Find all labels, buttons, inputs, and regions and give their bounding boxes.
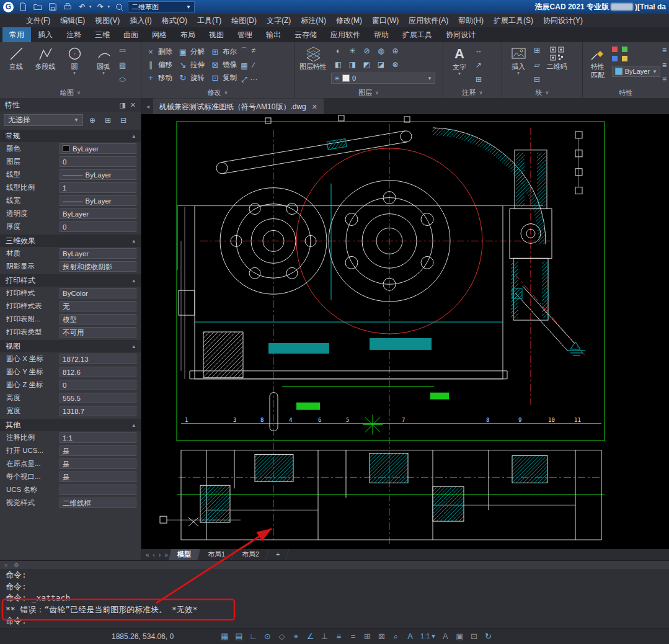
color-swatch-green[interactable] (622, 47, 627, 52)
save-icon[interactable] (47, 2, 58, 12)
osnap-icon[interactable]: ⌖ (290, 632, 303, 642)
bylayer-dropdown[interactable]: ByLayer ▼ (612, 66, 660, 77)
menu-item[interactable]: 文字(Z) (262, 14, 296, 27)
color-swatch-yellow[interactable] (622, 56, 627, 61)
leader-icon[interactable]: ↗ (475, 61, 482, 69)
snap-icon[interactable]: ▤ (233, 632, 246, 642)
layer-dropdown[interactable]: ☀ 0 ▼ (331, 73, 435, 84)
workspace-dropdown[interactable]: 二维草图 ▼ (128, 1, 195, 12)
attrib-icon[interactable]: ⊟ (534, 75, 540, 84)
line-tool-button[interactable]: 直线 (2, 44, 30, 86)
selection-cycling-icon[interactable]: ⊠ (375, 632, 388, 642)
array-tool-icon[interactable]: ▦ (241, 61, 248, 70)
ribbon-tab[interactable]: 管理 (231, 27, 259, 42)
ribbon-tab[interactable]: 网格 (145, 27, 174, 42)
chevron-left-icon[interactable]: ◂ (146, 99, 149, 114)
isodraft-icon[interactable]: ◇ (275, 632, 288, 642)
prev-layout-icon[interactable]: ‹ (151, 552, 157, 558)
hatch-tool-icon[interactable]: ▨ (119, 61, 126, 69)
list-row-icon[interactable]: ≡ (662, 75, 667, 84)
layer-merge-icon[interactable]: ◪ (374, 58, 388, 71)
edit-block-icon[interactable]: ▱ (534, 61, 540, 69)
layer-freeze-icon[interactable]: ☀ (345, 44, 360, 58)
ribbon-tab[interactable]: 应用软件 (324, 27, 367, 42)
command-history[interactable]: 命令:命令:命令: _xattach** 错误：“齿轮”已经是当前图形的标准块。… (0, 569, 669, 628)
chevron-down-icon[interactable]: ▾ (102, 71, 105, 75)
annotation-visibility-icon[interactable]: A (404, 632, 417, 642)
ribbon-tab[interactable]: 云存储 (288, 27, 324, 42)
lineweight-icon[interactable]: = (347, 632, 360, 642)
boolean-button[interactable]: ⊞布尔 (208, 46, 239, 58)
chevron-down-icon[interactable]: ▾ (73, 71, 76, 75)
text-tool-button[interactable]: A 文字 ▾ (446, 44, 473, 86)
section-header[interactable]: 三维效果▴ (0, 235, 141, 247)
polar-icon[interactable]: ⊙ (261, 632, 274, 642)
chevron-down-icon[interactable]: ▾ (517, 71, 520, 75)
transparency-icon[interactable]: ⊞ (361, 632, 374, 642)
ribbon-tab[interactable]: 帮助 (367, 27, 396, 42)
list-row-icon[interactable]: ≡ (662, 61, 667, 69)
rectangle-tool-icon[interactable]: ▭ (119, 46, 126, 55)
draw-panel-title[interactable]: 绘图∨ (0, 88, 141, 97)
create-block-icon[interactable]: ⊞ (534, 46, 540, 55)
scale-tool-icon[interactable]: ⤢ (241, 75, 248, 84)
layout-tab[interactable]: 布局2 (233, 549, 269, 560)
ribbon-tab[interactable]: 曲面 (117, 27, 145, 42)
section-header[interactable]: 打印样式▴ (0, 274, 141, 287)
table-icon[interactable]: ⊞ (475, 75, 482, 84)
pin-icon[interactable]: ◨ (119, 101, 125, 109)
menu-item[interactable]: 应用软件(A) (404, 14, 453, 27)
trim-tool-icon[interactable]: ≠ (250, 46, 257, 55)
clean-screen-icon[interactable]: ↻ (482, 632, 495, 641)
menu-item[interactable]: 帮助(H) (453, 14, 489, 27)
layer-state-icon[interactable]: ⊗ (388, 58, 402, 71)
layer-lock-icon[interactable]: ⊘ (360, 44, 374, 58)
polyline-tool-button[interactable]: 多段线 (32, 44, 59, 86)
quick-select-icon[interactable]: ⊟ (117, 114, 130, 126)
annotate-panel-title[interactable]: 注释∨ (443, 88, 502, 97)
modify-panel-title[interactable]: 修改∨ (141, 88, 294, 97)
app-logo-icon[interactable]: G (3, 2, 14, 12)
layer-off-icon[interactable]: ◩ (360, 58, 374, 71)
section-header[interactable]: 其他▴ (0, 419, 141, 431)
otrack-icon[interactable]: ∠ (304, 632, 317, 642)
fillet-tool-icon[interactable]: ⌒ (241, 46, 248, 56)
undo-icon[interactable]: ↶ (76, 2, 88, 12)
redo-caret-icon[interactable]: ▾ (108, 4, 110, 9)
ribbon-tab[interactable]: 扩展工具 (396, 27, 439, 42)
ribbon-tab[interactable]: 三维 (88, 27, 117, 42)
dynamic-ucs-icon[interactable]: ⊥ (318, 632, 331, 642)
ortho-icon[interactable]: ∟ (247, 632, 260, 642)
select-objects-icon[interactable]: ⊞ (102, 114, 114, 126)
color-swatch-blue[interactable] (612, 56, 618, 61)
ribbon-tab[interactable]: 插入 (31, 27, 60, 42)
workspace-icon[interactable]: ▣ (453, 632, 466, 641)
isolate-objects-icon[interactable]: ⊡ (467, 632, 481, 641)
menu-item[interactable]: 格式(O) (157, 14, 192, 27)
menu-item[interactable]: 视图(V) (90, 14, 125, 27)
grid-icon[interactable]: ▦ (218, 632, 231, 642)
selection-dropdown[interactable]: 无选择 ▼ (4, 114, 83, 126)
layout-tab[interactable]: 模型 (169, 549, 200, 560)
redo-icon[interactable]: ↷ (95, 2, 107, 12)
dynamic-input-icon[interactable]: ≡ (332, 632, 345, 642)
next-layout-icon[interactable]: › (157, 552, 162, 558)
section-header[interactable]: 视图▴ (0, 340, 141, 352)
menu-item[interactable]: 标注(N) (296, 14, 331, 27)
annotation-auto-icon[interactable]: A (439, 632, 452, 641)
close-icon[interactable]: ✕ (130, 101, 136, 109)
menu-item[interactable]: 编辑(E) (55, 14, 90, 27)
arc-tool-button[interactable]: 圆弧 ▾ (90, 44, 117, 86)
break-tool-icon[interactable]: ∕ (250, 61, 257, 69)
chevron-down-icon[interactable]: ▾ (458, 72, 461, 76)
document-tab[interactable]: 机械兼容测试标准图纸（符号AM10版）.dwg ✕ (153, 99, 324, 114)
annotation-scale-button[interactable]: 1:1 ▾ (418, 632, 438, 640)
mirror-button[interactable]: ⊠镜像 (208, 59, 239, 71)
copy-button[interactable]: ⊡复制 (208, 72, 239, 84)
plot-preview-icon[interactable] (113, 2, 125, 12)
menu-item[interactable]: 窗口(W) (367, 14, 404, 27)
section-header[interactable]: 常规▴ (0, 130, 141, 142)
undo-caret-icon[interactable]: ▾ (89, 4, 92, 9)
properties-panel-title[interactable]: 特性 (583, 88, 669, 97)
stretch-button[interactable]: ↘拉伸 (176, 59, 206, 71)
